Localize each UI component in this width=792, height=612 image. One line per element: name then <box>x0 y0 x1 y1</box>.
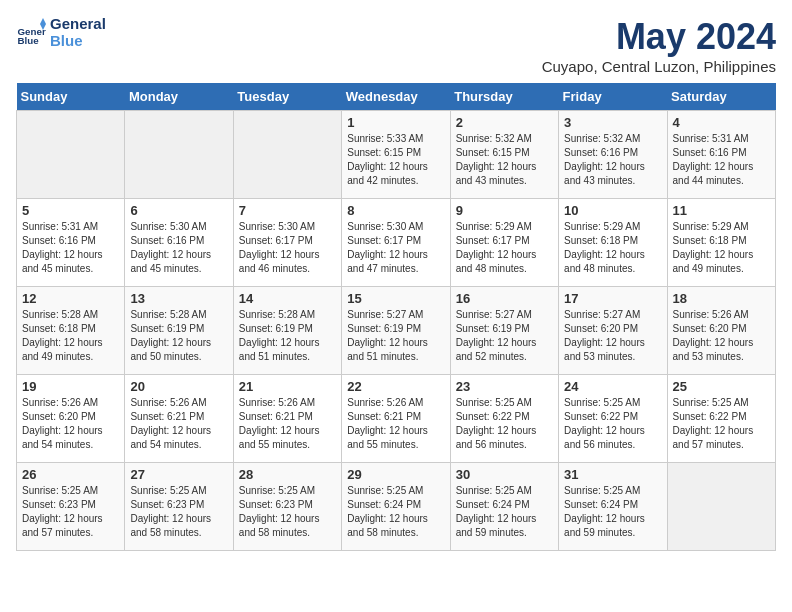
cell-details: Sunrise: 5:30 AMSunset: 6:16 PMDaylight:… <box>130 220 227 276</box>
week-row-1: 1Sunrise: 5:33 AMSunset: 6:15 PMDaylight… <box>17 111 776 199</box>
week-row-4: 19Sunrise: 5:26 AMSunset: 6:20 PMDayligh… <box>17 375 776 463</box>
cell-details: Sunrise: 5:25 AMSunset: 6:22 PMDaylight:… <box>564 396 661 452</box>
page-header: General Blue General Blue May 2024 Cuyap… <box>16 16 776 75</box>
column-header-monday: Monday <box>125 83 233 111</box>
calendar-cell: 27Sunrise: 5:25 AMSunset: 6:23 PMDayligh… <box>125 463 233 551</box>
cell-details: Sunrise: 5:25 AMSunset: 6:24 PMDaylight:… <box>456 484 553 540</box>
day-number: 15 <box>347 291 444 306</box>
week-row-2: 5Sunrise: 5:31 AMSunset: 6:16 PMDaylight… <box>17 199 776 287</box>
calendar-cell <box>233 111 341 199</box>
cell-details: Sunrise: 5:32 AMSunset: 6:16 PMDaylight:… <box>564 132 661 188</box>
calendar-cell: 7Sunrise: 5:30 AMSunset: 6:17 PMDaylight… <box>233 199 341 287</box>
calendar-cell: 28Sunrise: 5:25 AMSunset: 6:23 PMDayligh… <box>233 463 341 551</box>
title-area: May 2024 Cuyapo, Central Luzon, Philippi… <box>542 16 776 75</box>
month-title: May 2024 <box>542 16 776 58</box>
calendar-cell: 4Sunrise: 5:31 AMSunset: 6:16 PMDaylight… <box>667 111 775 199</box>
calendar-cell: 23Sunrise: 5:25 AMSunset: 6:22 PMDayligh… <box>450 375 558 463</box>
cell-details: Sunrise: 5:32 AMSunset: 6:15 PMDaylight:… <box>456 132 553 188</box>
calendar-cell: 1Sunrise: 5:33 AMSunset: 6:15 PMDaylight… <box>342 111 450 199</box>
cell-details: Sunrise: 5:25 AMSunset: 6:24 PMDaylight:… <box>564 484 661 540</box>
cell-details: Sunrise: 5:29 AMSunset: 6:18 PMDaylight:… <box>564 220 661 276</box>
day-number: 11 <box>673 203 770 218</box>
calendar-cell: 22Sunrise: 5:26 AMSunset: 6:21 PMDayligh… <box>342 375 450 463</box>
day-number: 16 <box>456 291 553 306</box>
cell-details: Sunrise: 5:25 AMSunset: 6:23 PMDaylight:… <box>130 484 227 540</box>
calendar-cell: 17Sunrise: 5:27 AMSunset: 6:20 PMDayligh… <box>559 287 667 375</box>
cell-details: Sunrise: 5:31 AMSunset: 6:16 PMDaylight:… <box>673 132 770 188</box>
day-number: 10 <box>564 203 661 218</box>
day-number: 6 <box>130 203 227 218</box>
logo: General Blue General Blue <box>16 16 106 49</box>
calendar-cell: 29Sunrise: 5:25 AMSunset: 6:24 PMDayligh… <box>342 463 450 551</box>
cell-details: Sunrise: 5:25 AMSunset: 6:23 PMDaylight:… <box>239 484 336 540</box>
cell-details: Sunrise: 5:25 AMSunset: 6:22 PMDaylight:… <box>673 396 770 452</box>
cell-details: Sunrise: 5:29 AMSunset: 6:18 PMDaylight:… <box>673 220 770 276</box>
cell-details: Sunrise: 5:26 AMSunset: 6:21 PMDaylight:… <box>239 396 336 452</box>
cell-details: Sunrise: 5:30 AMSunset: 6:17 PMDaylight:… <box>347 220 444 276</box>
day-number: 3 <box>564 115 661 130</box>
day-number: 2 <box>456 115 553 130</box>
svg-marker-2 <box>40 18 46 24</box>
cell-details: Sunrise: 5:33 AMSunset: 6:15 PMDaylight:… <box>347 132 444 188</box>
day-number: 25 <box>673 379 770 394</box>
day-number: 31 <box>564 467 661 482</box>
column-header-friday: Friday <box>559 83 667 111</box>
logo-icon: General Blue <box>16 18 46 48</box>
cell-details: Sunrise: 5:26 AMSunset: 6:20 PMDaylight:… <box>22 396 119 452</box>
calendar-cell: 26Sunrise: 5:25 AMSunset: 6:23 PMDayligh… <box>17 463 125 551</box>
day-number: 17 <box>564 291 661 306</box>
day-number: 27 <box>130 467 227 482</box>
calendar-cell: 31Sunrise: 5:25 AMSunset: 6:24 PMDayligh… <box>559 463 667 551</box>
calendar-cell: 3Sunrise: 5:32 AMSunset: 6:16 PMDaylight… <box>559 111 667 199</box>
cell-details: Sunrise: 5:27 AMSunset: 6:20 PMDaylight:… <box>564 308 661 364</box>
day-number: 12 <box>22 291 119 306</box>
calendar-cell: 5Sunrise: 5:31 AMSunset: 6:16 PMDaylight… <box>17 199 125 287</box>
calendar-cell: 14Sunrise: 5:28 AMSunset: 6:19 PMDayligh… <box>233 287 341 375</box>
calendar-cell <box>125 111 233 199</box>
column-header-thursday: Thursday <box>450 83 558 111</box>
calendar-cell: 19Sunrise: 5:26 AMSunset: 6:20 PMDayligh… <box>17 375 125 463</box>
cell-details: Sunrise: 5:25 AMSunset: 6:22 PMDaylight:… <box>456 396 553 452</box>
day-number: 20 <box>130 379 227 394</box>
cell-details: Sunrise: 5:29 AMSunset: 6:17 PMDaylight:… <box>456 220 553 276</box>
day-number: 7 <box>239 203 336 218</box>
logo-line2: Blue <box>50 33 106 50</box>
calendar-cell: 18Sunrise: 5:26 AMSunset: 6:20 PMDayligh… <box>667 287 775 375</box>
column-header-sunday: Sunday <box>17 83 125 111</box>
calendar-cell: 11Sunrise: 5:29 AMSunset: 6:18 PMDayligh… <box>667 199 775 287</box>
day-number: 30 <box>456 467 553 482</box>
calendar-cell: 9Sunrise: 5:29 AMSunset: 6:17 PMDaylight… <box>450 199 558 287</box>
calendar-cell <box>667 463 775 551</box>
day-number: 4 <box>673 115 770 130</box>
cell-details: Sunrise: 5:26 AMSunset: 6:20 PMDaylight:… <box>673 308 770 364</box>
cell-details: Sunrise: 5:26 AMSunset: 6:21 PMDaylight:… <box>130 396 227 452</box>
day-number: 8 <box>347 203 444 218</box>
location: Cuyapo, Central Luzon, Philippines <box>542 58 776 75</box>
day-number: 29 <box>347 467 444 482</box>
calendar-cell: 25Sunrise: 5:25 AMSunset: 6:22 PMDayligh… <box>667 375 775 463</box>
calendar-cell: 10Sunrise: 5:29 AMSunset: 6:18 PMDayligh… <box>559 199 667 287</box>
calendar-cell: 20Sunrise: 5:26 AMSunset: 6:21 PMDayligh… <box>125 375 233 463</box>
day-number: 1 <box>347 115 444 130</box>
calendar-cell: 16Sunrise: 5:27 AMSunset: 6:19 PMDayligh… <box>450 287 558 375</box>
cell-details: Sunrise: 5:28 AMSunset: 6:18 PMDaylight:… <box>22 308 119 364</box>
calendar-cell: 12Sunrise: 5:28 AMSunset: 6:18 PMDayligh… <box>17 287 125 375</box>
week-row-5: 26Sunrise: 5:25 AMSunset: 6:23 PMDayligh… <box>17 463 776 551</box>
day-number: 5 <box>22 203 119 218</box>
column-header-wednesday: Wednesday <box>342 83 450 111</box>
cell-details: Sunrise: 5:26 AMSunset: 6:21 PMDaylight:… <box>347 396 444 452</box>
day-number: 13 <box>130 291 227 306</box>
calendar-cell: 6Sunrise: 5:30 AMSunset: 6:16 PMDaylight… <box>125 199 233 287</box>
calendar-cell <box>17 111 125 199</box>
cell-details: Sunrise: 5:28 AMSunset: 6:19 PMDaylight:… <box>130 308 227 364</box>
calendar-cell: 21Sunrise: 5:26 AMSunset: 6:21 PMDayligh… <box>233 375 341 463</box>
week-row-3: 12Sunrise: 5:28 AMSunset: 6:18 PMDayligh… <box>17 287 776 375</box>
day-number: 9 <box>456 203 553 218</box>
day-number: 24 <box>564 379 661 394</box>
day-number: 23 <box>456 379 553 394</box>
logo-line1: General <box>50 16 106 33</box>
calendar-cell: 15Sunrise: 5:27 AMSunset: 6:19 PMDayligh… <box>342 287 450 375</box>
calendar-cell: 2Sunrise: 5:32 AMSunset: 6:15 PMDaylight… <box>450 111 558 199</box>
cell-details: Sunrise: 5:30 AMSunset: 6:17 PMDaylight:… <box>239 220 336 276</box>
cell-details: Sunrise: 5:25 AMSunset: 6:24 PMDaylight:… <box>347 484 444 540</box>
